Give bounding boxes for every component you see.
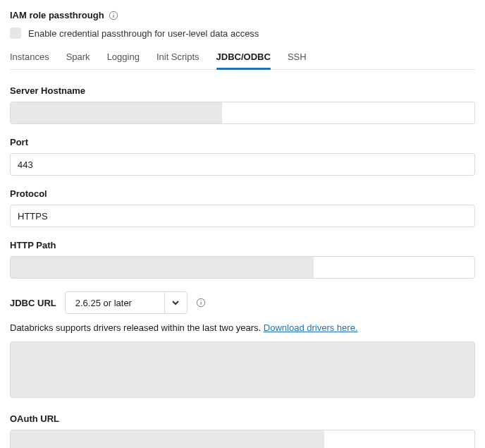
jdbc-version-value: 2.6.25 or later — [66, 298, 164, 308]
port-label: Port — [10, 137, 475, 147]
server-hostname-label: Server Hostname — [10, 85, 475, 96]
passthrough-checkbox-row: Enable credential passthrough for user-l… — [10, 28, 475, 39]
download-drivers-link[interactable]: Download drivers here. — [264, 322, 358, 333]
tab-logging[interactable]: Logging — [107, 52, 140, 69]
oauth-url-masked-region — [11, 430, 324, 448]
jdbc-url-label: JDBC URL — [10, 298, 56, 308]
http-path-input[interactable] — [10, 256, 475, 279]
field-port: Port — [10, 137, 475, 176]
protocol-input[interactable] — [10, 205, 475, 227]
field-protocol: Protocol — [10, 188, 475, 227]
protocol-label: Protocol — [10, 188, 475, 199]
tab-init-scripts[interactable]: Init Scripts — [156, 52, 199, 69]
tab-instances[interactable]: Instances — [10, 52, 49, 69]
svg-point-2 — [113, 13, 113, 13]
passthrough-checkbox[interactable] — [10, 28, 21, 39]
oauth-url-label: OAuth URL — [10, 413, 475, 424]
field-server-hostname: Server Hostname — [10, 85, 475, 124]
field-oauth-url: OAuth URL — [10, 413, 475, 448]
iam-title: IAM role passthrough — [10, 10, 104, 20]
iam-section-header: IAM role passthrough — [10, 10, 475, 20]
info-icon[interactable] — [196, 298, 206, 308]
jdbc-version-select[interactable]: 2.6.25 or later — [65, 291, 188, 314]
server-hostname-input[interactable] — [10, 102, 475, 124]
field-http-path: HTTP Path — [10, 240, 475, 279]
info-icon[interactable] — [109, 11, 118, 20]
svg-point-5 — [200, 301, 201, 301]
passthrough-checkbox-label: Enable credential passthrough for user-l… — [28, 28, 259, 39]
port-input[interactable] — [10, 153, 475, 176]
tab-spark[interactable]: Spark — [66, 52, 90, 69]
jdbc-url-textarea[interactable] — [10, 341, 475, 398]
oauth-url-input[interactable] — [10, 430, 475, 448]
driver-helper-prefix: Databricks supports drivers released wit… — [10, 322, 264, 333]
driver-helper-text: Databricks supports drivers released wit… — [10, 322, 475, 333]
tab-jdbc-odbc[interactable]: JDBC/ODBC — [216, 52, 271, 69]
tab-ssh[interactable]: SSH — [288, 52, 307, 69]
http-path-label: HTTP Path — [10, 240, 475, 250]
chevron-down-icon — [164, 291, 187, 314]
tabs: Instances Spark Logging Init Scripts JDB… — [10, 52, 475, 70]
jdbc-url-row: JDBC URL 2.6.25 or later — [10, 291, 475, 314]
